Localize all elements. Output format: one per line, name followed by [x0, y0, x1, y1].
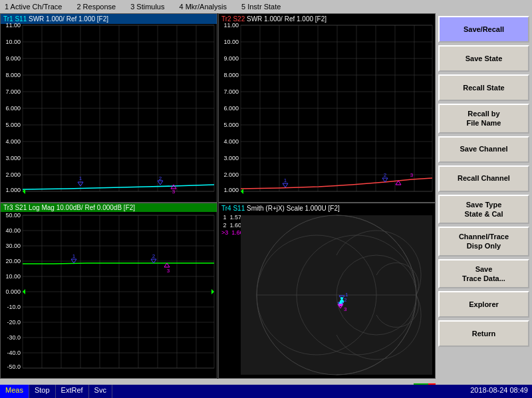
- svg-text:2: 2: [159, 175, 162, 181]
- recall-file-btn[interactable]: Recall by File Name: [438, 104, 529, 134]
- svg-text:7.000: 7.000: [5, 88, 21, 95]
- tr4-smith-svg: 1 2 3: [219, 203, 436, 379]
- svg-text:3.000: 3.000: [223, 155, 239, 161]
- svg-text:0.000: 0.000: [5, 288, 21, 295]
- svg-text:2.000: 2.000: [223, 171, 239, 178]
- svg-text:3: 3: [167, 268, 170, 274]
- svg-text:3.000: 3.000: [5, 155, 21, 161]
- svg-text:5.000: 5.000: [223, 122, 239, 128]
- svg-text:3: 3: [410, 172, 414, 178]
- svg-text:-50.0: -50.0: [7, 363, 21, 370]
- svg-text:-10.0: -10.0: [7, 304, 21, 310]
- return-btn[interactable]: Return: [438, 320, 529, 347]
- svg-text:40.00: 40.00: [5, 227, 21, 234]
- menu-response[interactable]: 2 Response: [74, 2, 118, 11]
- svg-text:5.000: 5.000: [5, 122, 21, 128]
- svg-text:2: 2: [344, 297, 347, 303]
- tr3-svg: 50.00 40.00 30.00 20.00 10.00 0.000 -10.…: [1, 203, 217, 379]
- status-datetime: 2018-08-24 08:49: [466, 385, 532, 398]
- svg-text:2.000: 2.000: [5, 171, 21, 178]
- sidebar: Save/Recall Save State Recall State Reca…: [436, 13, 532, 398]
- svg-text:-40.0: -40.0: [7, 349, 21, 356]
- tr2-svg: 11.00 10.00 9.000 8.000 7.000 6.000 5.00…: [219, 14, 436, 203]
- svg-text:9.000: 9.000: [5, 55, 21, 62]
- top-charts: Tr1 S11 SWR 1.000/ Ref 1.000 [F2] 1 1.57…: [0, 13, 436, 203]
- svg-text:-20.0: -20.0: [7, 319, 21, 326]
- menu-instr[interactable]: 5 Instr State: [239, 2, 283, 11]
- svg-text:30.00: 30.00: [5, 243, 21, 249]
- menu-mkr[interactable]: 4 Mkr/Analysis: [177, 2, 229, 11]
- chart-tr4: Tr4 S11 Smith (R+jX) Scale 1.000U [F2] 1…: [218, 203, 436, 379]
- svg-text:1: 1: [284, 177, 287, 183]
- menu-stimulus[interactable]: 3 Stimulus: [128, 2, 166, 11]
- svg-text:6.000: 6.000: [223, 105, 239, 112]
- channel-trace-btn[interactable]: Channel/Trace Disp Only: [438, 227, 529, 256]
- svg-point-132: [340, 297, 343, 300]
- svg-text:11.00: 11.00: [223, 22, 239, 29]
- svg-text:8.000: 8.000: [5, 72, 21, 78]
- svg-text:10.00: 10.00: [5, 39, 21, 45]
- svg-text:-30.0: -30.0: [7, 334, 21, 341]
- svg-text:1.000: 1.000: [5, 187, 21, 193]
- svg-text:7.000: 7.000: [223, 88, 239, 95]
- svg-text:10.00: 10.00: [223, 39, 239, 45]
- tab-svc[interactable]: Svc: [89, 385, 112, 398]
- save-channel-btn[interactable]: Save Channel: [438, 136, 529, 163]
- charts-area: Tr1 S11 SWR 1.000/ Ref 1.000 [F2] 1 1.57…: [0, 13, 436, 398]
- recall-state-btn[interactable]: Recall State: [438, 74, 529, 101]
- svg-text:6.000: 6.000: [5, 105, 21, 112]
- main-container: Tr1 S11 SWR 1.000/ Ref 1.000 [F2] 1 1.57…: [0, 13, 532, 398]
- svg-text:2: 2: [152, 253, 156, 259]
- svg-text:8.000: 8.000: [223, 72, 239, 78]
- svg-text:50.00: 50.00: [5, 212, 21, 219]
- svg-text:4.000: 4.000: [223, 138, 239, 145]
- chart-tr1: Tr1 S11 SWR 1.000/ Ref 1.000 [F2] 1 1.57…: [0, 13, 217, 203]
- svg-text:9.000: 9.000: [223, 55, 239, 62]
- save-trace-btn[interactable]: Save Trace Data...: [438, 259, 529, 289]
- chart-tr3: Tr3 S21 Log Mag 10.00dB/ Ref 0.000dB [F2…: [0, 203, 217, 379]
- svg-text:4.000: 4.000: [5, 138, 21, 145]
- svg-text:1.000: 1.000: [223, 187, 239, 193]
- chart-tr2: Tr2 S22 SWR 1.000/ Ref 1.000 [F2] 1 1.57…: [218, 13, 436, 203]
- svg-text:3: 3: [172, 189, 176, 195]
- tab-extref[interactable]: ExtRef: [56, 385, 89, 398]
- save-recall-title[interactable]: Save/Recall: [438, 16, 529, 43]
- bottom-charts: Tr3 S21 Log Mag 10.00dB/ Ref 0.000dB [F2…: [0, 203, 436, 379]
- save-state-btn[interactable]: Save State: [438, 45, 529, 72]
- svg-text:10.00: 10.00: [5, 273, 21, 280]
- svg-text:3: 3: [344, 306, 347, 312]
- menu-bar: 1 Active Ch/Trace 2 Response 3 Stimulus …: [0, 0, 532, 13]
- tr1-svg: 11.00 10.00 9.000 8.000 7.000 6.000 5.00…: [1, 14, 217, 203]
- svg-text:1: 1: [72, 253, 76, 259]
- recall-channel-btn[interactable]: Recall Channel: [438, 165, 529, 192]
- svg-text:2: 2: [384, 172, 387, 178]
- svg-point-134: [339, 304, 342, 306]
- svg-text:11.00: 11.00: [5, 22, 21, 29]
- svg-text:1: 1: [79, 175, 82, 181]
- explorer-btn[interactable]: Explorer: [438, 291, 529, 318]
- svg-text:20.00: 20.00: [5, 258, 21, 264]
- tab-stop[interactable]: Stop: [29, 385, 56, 398]
- status-tabs: Meas Stop ExtRef Svc 2018-08-24 08:49: [0, 385, 532, 398]
- tab-meas[interactable]: Meas: [0, 385, 29, 398]
- save-type-btn[interactable]: Save Type State & Cal: [438, 195, 529, 225]
- menu-active-ch[interactable]: 1 Active Ch/Trace: [3, 2, 64, 11]
